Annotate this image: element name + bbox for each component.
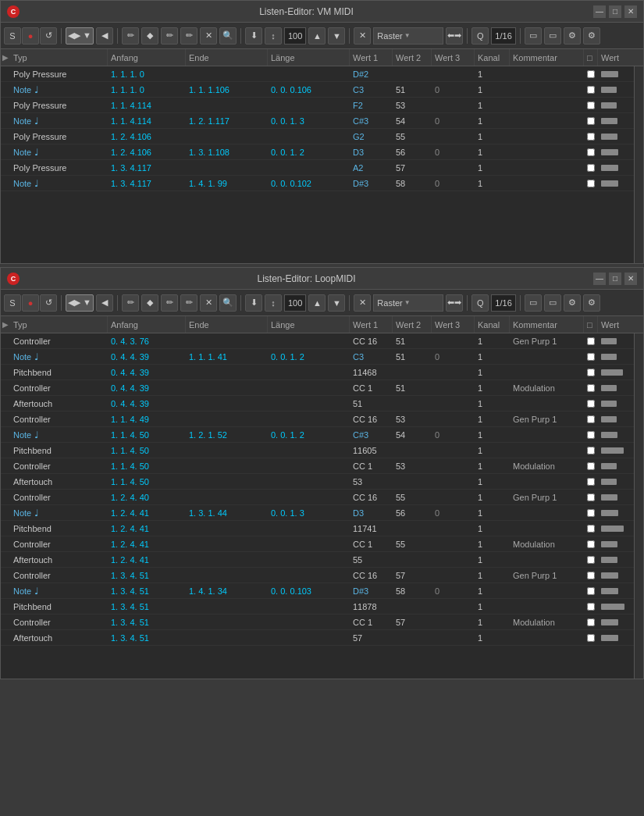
raster-mode-button[interactable]: ✕: [354, 294, 371, 312]
table-row[interactable]: Note♩ 1. 1. 1. 0 1. 1. 1.106 0. 0. 0.106…: [1, 82, 634, 98]
row-checkbox[interactable]: [587, 462, 595, 470]
cell-check[interactable]: [584, 98, 598, 112]
col-header-wert1[interactable]: Wert 1: [350, 316, 393, 333]
snap-button[interactable]: S: [4, 27, 21, 45]
select-tool-button[interactable]: ◀▶ ▼: [66, 27, 94, 45]
cell-check[interactable]: [584, 521, 598, 536]
table-row[interactable]: Pitchbend 1. 1. 4. 50 11605 1: [1, 443, 634, 458]
undo-button[interactable]: ↺: [40, 294, 57, 312]
velocity-up-button[interactable]: ▲: [308, 27, 326, 45]
minimize-button[interactable]: —: [593, 273, 606, 285]
row-checkbox[interactable]: [587, 634, 595, 642]
zoom-button[interactable]: 🔍: [219, 27, 237, 45]
row-checkbox[interactable]: [587, 369, 595, 376]
cell-check[interactable]: [584, 568, 598, 583]
grid-view-button-2[interactable]: ▭: [544, 27, 561, 45]
row-checkbox[interactable]: [587, 618, 595, 626]
cell-check[interactable]: [584, 82, 598, 97]
raster-mode-button[interactable]: ✕: [354, 27, 371, 45]
settings-button-1[interactable]: ⚙: [564, 294, 581, 312]
table-row[interactable]: Note♩ 1. 1. 4. 50 1. 2. 1. 52 0. 0. 1. 2…: [1, 427, 634, 443]
row-checkbox[interactable]: [587, 148, 595, 156]
raster-dropdown[interactable]: Raster ▼: [373, 27, 443, 45]
delete-button[interactable]: ✕: [200, 294, 217, 312]
table-row[interactable]: Aftertouch 1. 3. 4. 51 57 1: [1, 630, 634, 646]
cell-check[interactable]: [584, 333, 598, 348]
cell-check[interactable]: [584, 144, 598, 159]
velocity-spinner[interactable]: 100: [284, 27, 306, 45]
split-button[interactable]: ◀: [96, 294, 113, 312]
cell-check[interactable]: [584, 505, 598, 520]
row-checkbox[interactable]: [587, 556, 595, 564]
cell-check[interactable]: [584, 536, 598, 551]
row-checkbox[interactable]: [587, 525, 595, 533]
snap-mode-button[interactable]: ⬅➡: [446, 27, 463, 45]
minimize-button[interactable]: —: [593, 5, 606, 18]
table-row[interactable]: Controller 1. 2. 4. 40 CC 16 55 1 Gen Pu…: [1, 490, 634, 505]
row-checkbox[interactable]: [587, 478, 595, 486]
row-checkbox[interactable]: [587, 447, 595, 454]
col-header-typ[interactable]: Typ: [10, 316, 108, 333]
table-row[interactable]: Pitchbend 0. 4. 4. 39 11468 1: [1, 365, 634, 380]
col-header-ende[interactable]: Ende: [186, 49, 268, 66]
col-header-wert3[interactable]: Wert 3: [432, 49, 475, 66]
row-checkbox[interactable]: [587, 164, 595, 172]
cell-check[interactable]: [584, 66, 598, 81]
cell-check[interactable]: [584, 176, 598, 191]
erase-tool-button[interactable]: ◆: [141, 27, 158, 45]
draw2-tool-button[interactable]: ✏: [161, 27, 178, 45]
table-row[interactable]: Note♩ 0. 4. 4. 39 1. 1. 1. 41 0. 0. 1. 2…: [1, 349, 634, 365]
col-header-laenge[interactable]: Länge: [268, 316, 350, 333]
close-button[interactable]: ✕: [624, 5, 637, 18]
col-header-typ[interactable]: Typ: [10, 49, 108, 66]
table-row[interactable]: Note♩ 1. 3. 4.117 1. 4. 1. 99 0. 0. 0.10…: [1, 176, 634, 191]
cell-check[interactable]: [584, 552, 598, 567]
split-button[interactable]: ◀: [96, 27, 113, 45]
grid-view-button-1[interactable]: ▭: [525, 294, 542, 312]
cell-check[interactable]: [584, 412, 598, 426]
record-button[interactable]: ●: [22, 27, 39, 45]
table-row[interactable]: Aftertouch 1. 1. 4. 50 53 1: [1, 474, 634, 490]
row-checkbox[interactable]: [587, 70, 595, 78]
draw3-tool-button[interactable]: ✏: [180, 294, 197, 312]
velocity-spinner[interactable]: 100: [284, 294, 306, 312]
velocity-down-button[interactable]: ▼: [328, 294, 345, 312]
vertical-scrollbar[interactable]: [634, 333, 643, 679]
maximize-button[interactable]: □: [609, 273, 621, 285]
row-checkbox[interactable]: [587, 337, 595, 345]
cell-check[interactable]: [584, 129, 598, 144]
table-row[interactable]: Controller 1. 1. 4. 50 CC 1 53 1 Modulat…: [1, 458, 634, 474]
row-checkbox[interactable]: [587, 587, 595, 595]
draw-tool-button[interactable]: ✏: [122, 27, 139, 45]
raster-dropdown[interactable]: Raster ▼: [373, 294, 443, 312]
table-row[interactable]: Poly Pressure 1. 3. 4.117 A2 57 1: [1, 160, 634, 176]
erase-tool-button[interactable]: ◆: [141, 294, 158, 312]
row-checkbox[interactable]: [587, 102, 595, 109]
row-checkbox[interactable]: [587, 180, 595, 187]
delete-button[interactable]: ✕: [200, 27, 217, 45]
table-row[interactable]: Controller 1. 1. 4. 49 CC 16 53 1 Gen Pu…: [1, 412, 634, 427]
col-header-kanal[interactable]: Kanal: [475, 49, 510, 66]
grid-view-button-2[interactable]: ▭: [544, 294, 561, 312]
table-row[interactable]: Controller 0. 4. 3. 76 CC 16 51 1 Gen Pu…: [1, 333, 634, 349]
cell-check[interactable]: [584, 615, 598, 629]
updown-button[interactable]: ↕: [265, 294, 282, 312]
row-checkbox[interactable]: [587, 384, 595, 392]
draw-tool-button[interactable]: ✏: [122, 294, 139, 312]
cell-check[interactable]: [584, 160, 598, 175]
close-button[interactable]: ✕: [624, 273, 637, 285]
col-header-kanal[interactable]: Kanal: [475, 316, 510, 333]
settings-button-2[interactable]: ⚙: [583, 27, 600, 45]
table-row[interactable]: Note♩ 1. 3. 4. 51 1. 4. 1. 34 0. 0. 0.10…: [1, 583, 634, 599]
table-row[interactable]: Note♩ 1. 1. 4.114 1. 2. 1.117 0. 0. 1. 3…: [1, 113, 634, 129]
table-row[interactable]: Controller 0. 4. 4. 39 CC 1 51 1 Modulat…: [1, 380, 634, 396]
table-row[interactable]: Note♩ 1. 2. 4.106 1. 3. 1.108 0. 0. 1. 2…: [1, 144, 634, 160]
table-row[interactable]: Controller 1. 2. 4. 41 CC 1 55 1 Modulat…: [1, 536, 634, 552]
cell-check[interactable]: [584, 458, 598, 473]
col-header-kommentar[interactable]: Kommentar: [510, 316, 584, 333]
table-row[interactable]: Pitchbend 1. 2. 4. 41 11741 1: [1, 521, 634, 536]
select-tool-button[interactable]: ◀▶ ▼: [66, 294, 94, 312]
col-header-ende[interactable]: Ende: [186, 316, 268, 333]
table-row[interactable]: Controller 1. 3. 4. 51 CC 1 57 1 Modulat…: [1, 615, 634, 630]
col-header-wert1[interactable]: Wert 1: [350, 49, 393, 66]
